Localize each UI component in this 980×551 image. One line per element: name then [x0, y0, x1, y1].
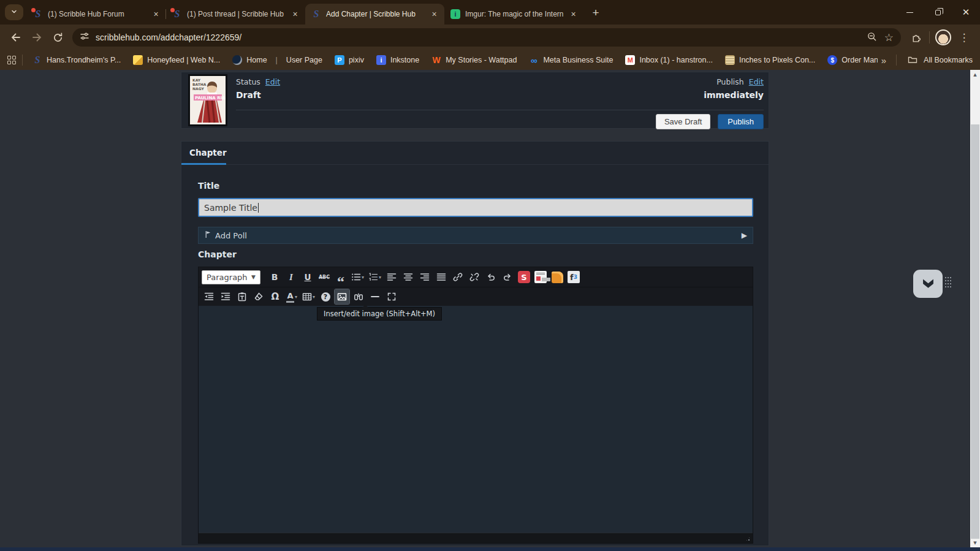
novel-cover-thumbnail[interactable]: KAY BATHA NAGY PAULINA RI&: [188, 74, 227, 126]
reload-button[interactable]: [48, 28, 67, 47]
bookmark-item[interactable]: $Order Management...: [822, 53, 877, 67]
rich-text-editor: Paragraph ▼ BIUABC“▾▾Sf3 ΩA▾▾?: [198, 267, 753, 544]
redo-button[interactable]: [500, 270, 515, 284]
reader-extension-button[interactable]: [913, 270, 943, 298]
resize-grip-icon[interactable]: [745, 536, 751, 542]
tab-close-icon[interactable]: ×: [290, 9, 300, 20]
minimize-button[interactable]: [895, 0, 924, 25]
title-input[interactable]: Sample Title: [198, 198, 753, 217]
insert-image-button[interactable]: [335, 289, 349, 304]
tab-chapter[interactable]: Chapter: [181, 142, 226, 165]
bold-button[interactable]: B: [267, 270, 282, 284]
help-button[interactable]: ?: [318, 289, 333, 304]
tab-close-icon[interactable]: ×: [429, 9, 439, 20]
zoom-out-icon[interactable]: [867, 31, 877, 44]
authors-note-button[interactable]: [533, 270, 548, 284]
insert-image-tooltip: Insert/edit image (Shift+Alt+M): [317, 307, 442, 321]
unlink-button[interactable]: [467, 270, 482, 284]
publish-edit-link[interactable]: Edit: [749, 77, 764, 86]
browser-menu-button[interactable]: ⋮: [954, 28, 974, 47]
numbered-list-button[interactable]: ▾: [367, 270, 382, 284]
special-character-button[interactable]: Ω: [268, 289, 283, 304]
profile-button[interactable]: [933, 28, 953, 47]
bookmarks-divider-right: [896, 55, 897, 66]
restore-icon: [935, 10, 941, 15]
editor-toolbar-row2: ΩA▾▾?: [199, 287, 753, 306]
bookmark-label: Home: [246, 56, 267, 64]
link-button[interactable]: [450, 270, 465, 284]
apps-grid-icon[interactable]: [7, 56, 16, 64]
footnote-button[interactable]: f3: [566, 270, 581, 284]
justify-button[interactable]: [434, 270, 449, 284]
window-controls: ✕: [895, 0, 980, 25]
widget-drag-handle[interactable]: [945, 277, 946, 278]
site-settings-icon[interactable]: [80, 31, 89, 44]
forward-button[interactable]: [27, 28, 47, 47]
scribble-s-button[interactable]: S: [517, 270, 531, 284]
indent-button[interactable]: [218, 289, 233, 304]
bookmark-star-icon[interactable]: ☆: [884, 31, 894, 44]
bookmark-item[interactable]: WMy Stories - Wattpad: [427, 53, 522, 67]
fullscreen-button[interactable]: [384, 289, 399, 304]
save-draft-button[interactable]: Save Draft: [656, 114, 710, 129]
svg-text:KAY: KAY: [192, 78, 201, 82]
bookmark-item[interactable]: Ppixiv: [330, 53, 369, 67]
paste-as-text-button[interactable]: [235, 289, 249, 304]
italic-button[interactable]: I: [284, 270, 298, 284]
add-poll-toggle[interactable]: Add Poll ▶: [198, 227, 753, 244]
url-text[interactable]: scribblehub.com/addchapter/1222659/: [96, 32, 860, 42]
bookmark-item[interactable]: Honeyfeed | Web N...: [128, 53, 225, 67]
text-color-button[interactable]: A▾: [284, 289, 299, 304]
strikethrough-button[interactable]: ABC: [317, 270, 332, 284]
publish-button[interactable]: Publish: [718, 114, 764, 129]
tab-close-icon[interactable]: ×: [151, 9, 161, 20]
horizontal-rule-button[interactable]: [368, 289, 382, 304]
page-scrollbar[interactable]: ▲ ▼: [970, 70, 980, 547]
browser-tab[interactable]: SAdd Chapter | Scribble Hub×: [305, 4, 444, 25]
chevron-down-icon: ▼: [251, 274, 256, 280]
tab-title: Imgur: The magic of the Interne: [465, 10, 563, 18]
scroll-down-icon[interactable]: ▼: [970, 538, 980, 547]
align-left-button[interactable]: [384, 270, 399, 284]
tab-title: (1) Post thread | Scribble Hub Fo: [187, 10, 285, 18]
status-edit-link[interactable]: Edit: [265, 77, 280, 86]
align-right-button[interactable]: [417, 270, 432, 284]
maximize-button[interactable]: [924, 0, 952, 25]
close-button[interactable]: ✕: [952, 0, 980, 25]
address-bar[interactable]: scribblehub.com/addchapter/1222659/ ☆: [72, 28, 901, 47]
honeyfeed-icon: [133, 55, 143, 65]
bookmark-item[interactable]: MInbox (1) - hanstron...: [620, 53, 718, 67]
bookmark-item[interactable]: SHans.Trondheim's P...: [28, 53, 126, 67]
tab-close-icon[interactable]: ×: [568, 9, 579, 20]
undo-button[interactable]: [484, 270, 498, 284]
format-select[interactable]: Paragraph ▼: [202, 270, 260, 284]
all-bookmarks-button[interactable]: All Bookmarks: [924, 56, 973, 64]
scroll-up-icon[interactable]: ▲: [970, 70, 980, 79]
table-button[interactable]: ▾: [301, 289, 316, 304]
tab-search-button[interactable]: [5, 4, 23, 20]
bookmark-item[interactable]: iInkstone: [371, 53, 424, 67]
back-button[interactable]: [6, 28, 26, 47]
blockquote-button[interactable]: “: [333, 270, 348, 284]
bookmarks-overflow-button[interactable]: »: [878, 55, 890, 66]
svg-text:NAGY: NAGY: [192, 86, 204, 91]
new-tab-button[interactable]: +: [587, 4, 604, 21]
browser-tab[interactable]: iImgur: The magic of the Interne×: [444, 4, 583, 25]
browser-tab[interactable]: S(1) Post thread | Scribble Hub Fo×: [166, 4, 305, 25]
bookmark-item[interactable]: Inches to Pixels Con...: [720, 53, 820, 67]
notification-dot: [170, 8, 175, 12]
bookmark-item[interactable]: ∞Meta Business Suite: [524, 53, 618, 67]
bullet-list-button[interactable]: ▾: [350, 270, 365, 284]
find-replace-button[interactable]: [351, 289, 366, 304]
remove-format-button[interactable]: [251, 289, 266, 304]
sticky-note-button[interactable]: [550, 270, 564, 284]
align-center-button[interactable]: [401, 270, 416, 284]
outdent-button[interactable]: [202, 289, 216, 304]
browser-tab[interactable]: S(1) Scribble Hub Forum×: [27, 4, 166, 25]
editor-content-area[interactable]: [199, 306, 753, 533]
underline-button[interactable]: U: [300, 270, 315, 284]
bookmark-item[interactable]: Home: [227, 53, 272, 67]
bookmark-item[interactable]: User Page: [281, 53, 327, 67]
extensions-button[interactable]: [906, 28, 925, 47]
scrollbar-thumb[interactable]: [971, 124, 979, 539]
